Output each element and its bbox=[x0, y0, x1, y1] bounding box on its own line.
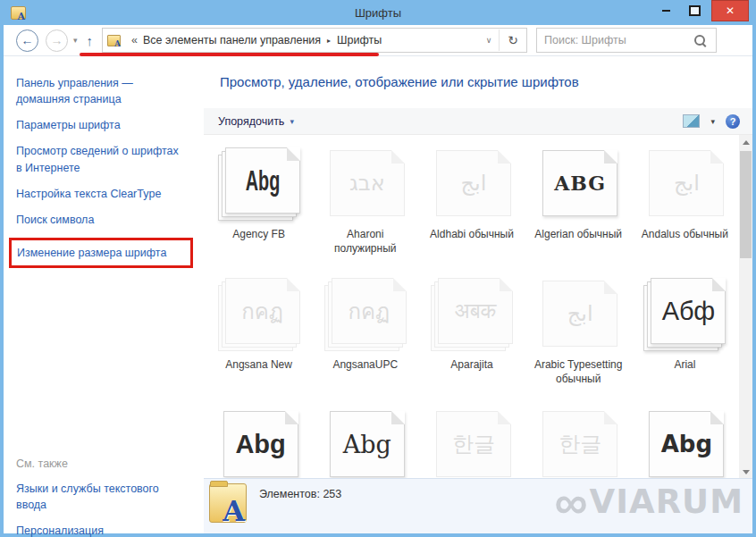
see-also-header: См. также bbox=[16, 457, 204, 470]
sidebar-link[interactable]: Поиск символа bbox=[16, 212, 182, 228]
font-tile-label: Angsana New bbox=[225, 358, 292, 373]
breadcrumb-root[interactable]: Все элементы панели управления bbox=[143, 34, 321, 46]
address-bar[interactable]: A « Все элементы панели управления ▸ Шри… bbox=[102, 28, 527, 53]
font-tile-label: Arial bbox=[674, 358, 695, 373]
font-file-icon: ABG bbox=[535, 146, 621, 221]
font-preview-glyph: 한글 bbox=[543, 412, 617, 476]
sidebar-link[interactable]: Настройка текста ClearType bbox=[16, 186, 182, 202]
breadcrumb-current[interactable]: Шрифты bbox=[337, 34, 382, 46]
font-tile-label: Aldhabi обычный bbox=[430, 228, 514, 242]
items-count: Элементов: 253 bbox=[259, 488, 341, 500]
history-dropdown-icon[interactable]: ▾ bbox=[73, 36, 78, 45]
titlebar: A Шрифты ✕ bbox=[0, 0, 756, 25]
font-tile[interactable]: अबकAparajita bbox=[418, 276, 525, 407]
sidebar-link-highlighted[interactable]: Изменение размера шрифта bbox=[9, 238, 193, 268]
refresh-icon[interactable]: ↻ bbox=[499, 29, 526, 51]
font-tile-label: Andalus обычный bbox=[642, 228, 728, 242]
font-preview-glyph: กคฏ bbox=[226, 279, 299, 343]
breadcrumb-collapse-icon[interactable]: « bbox=[131, 34, 138, 46]
font-tile[interactable]: Abg bbox=[312, 407, 418, 479]
font-family-stack-icon: Абф bbox=[642, 276, 727, 351]
font-preview-glyph: אבג bbox=[331, 151, 404, 215]
page-title: Просмотр, удаление, отображение или скры… bbox=[220, 74, 752, 89]
content-pane: Просмотр, удаление, отображение или скры… bbox=[204, 56, 752, 533]
font-family-stack-icon: Abg bbox=[216, 146, 302, 221]
window-body: Панель управления — домашняя страницаПар… bbox=[4, 56, 752, 533]
font-tile[interactable]: กคฏAngsanaUPC bbox=[312, 276, 418, 407]
font-tile[interactable]: AbgAgency FB bbox=[206, 146, 312, 276]
font-file-icon: Abg bbox=[216, 407, 302, 479]
sidebar-link[interactable]: Панель управления — домашняя страница bbox=[16, 75, 182, 107]
sidebar-link[interactable]: Просмотр сведений о шрифтах в Интернете bbox=[16, 143, 182, 175]
sidebar-link[interactable]: Параметры шрифта bbox=[16, 117, 182, 133]
font-tile-label: Arabic Typesetting обычный bbox=[532, 358, 625, 386]
search-icon[interactable] bbox=[694, 35, 705, 46]
font-file-icon: ابج bbox=[429, 146, 515, 221]
status-bar: A Элементов: 253 ∞ VIARUM bbox=[204, 478, 752, 533]
see-also-link[interactable]: Языки и службы текстового ввода bbox=[16, 481, 182, 513]
font-file-icon: ابج bbox=[535, 276, 621, 351]
forward-button[interactable]: → bbox=[46, 29, 68, 52]
organize-button[interactable]: Упорядочить ▾ bbox=[218, 115, 294, 128]
scroll-up-icon[interactable] bbox=[739, 135, 752, 149]
font-file-icon: 한글 bbox=[535, 407, 621, 479]
font-tile[interactable]: АбфArial bbox=[632, 276, 738, 407]
font-preview-glyph: 한글 bbox=[437, 412, 510, 476]
font-tile[interactable]: ABGAlgerian обычный bbox=[525, 146, 632, 276]
scrollbar-thumb[interactable] bbox=[740, 151, 752, 258]
font-preview-glyph: ابج bbox=[650, 151, 723, 215]
chevron-down-icon: ▾ bbox=[290, 117, 294, 126]
font-preview-glyph: ABG bbox=[543, 151, 617, 215]
font-tile[interactable]: ابجAndalus обычный bbox=[632, 146, 738, 276]
page-fold-icon bbox=[287, 147, 300, 161]
font-file-icon: Abg bbox=[642, 407, 727, 479]
font-preview-glyph: ابج bbox=[543, 281, 617, 346]
font-preview-glyph: अबक bbox=[439, 279, 512, 343]
font-tile-label: AngsanaUPC bbox=[332, 358, 398, 373]
font-tiles-grid: AbgAgency FBאבגAharoni полужирныйابجAldh… bbox=[206, 135, 738, 479]
change-view-button[interactable] bbox=[683, 114, 700, 128]
font-tile[interactable]: אבגAharoni полужирный bbox=[312, 146, 418, 276]
font-tile[interactable]: กคฏAngsana New bbox=[206, 276, 312, 407]
sidebar: Панель управления — домашняя страницаПар… bbox=[4, 56, 204, 533]
minimize-button[interactable] bbox=[654, 2, 677, 20]
close-button[interactable]: ✕ bbox=[711, 0, 749, 21]
font-preview-glyph: กคฏ bbox=[332, 279, 406, 343]
maximize-button[interactable] bbox=[683, 2, 706, 20]
font-tile-label: Algerian обычный bbox=[534, 228, 622, 242]
breadcrumb-separator-icon: ▸ bbox=[327, 37, 331, 45]
address-dropdown-icon[interactable]: ∨ bbox=[478, 36, 500, 45]
font-tile[interactable]: 한글 bbox=[525, 407, 632, 479]
vertical-scrollbar[interactable] bbox=[739, 135, 752, 479]
font-tile[interactable]: Abg bbox=[206, 407, 312, 479]
scroll-down-icon[interactable] bbox=[739, 465, 752, 479]
see-also-link[interactable]: Персонализация bbox=[16, 523, 182, 537]
font-preview-glyph: Abg bbox=[331, 412, 404, 476]
font-tile[interactable]: ابجAldhabi обычный bbox=[418, 146, 525, 276]
font-tile[interactable]: 한글 bbox=[418, 407, 525, 479]
font-file-icon: Abg bbox=[323, 407, 408, 479]
font-preview-glyph: Abg bbox=[224, 412, 298, 476]
command-toolbar: Упорядочить ▾ ▾ ? bbox=[204, 108, 752, 135]
font-family-stack-icon: กคฏ bbox=[216, 276, 302, 351]
font-preview-glyph: Абф bbox=[651, 279, 725, 343]
font-file-icon: אבג bbox=[323, 146, 408, 221]
view-dropdown-icon[interactable]: ▾ bbox=[710, 117, 715, 126]
search-input[interactable]: Поиск: Шрифты bbox=[536, 28, 717, 53]
up-button[interactable]: ↑ bbox=[87, 33, 94, 48]
font-tile-label: Aparajita bbox=[450, 358, 492, 373]
font-family-stack-icon: अबक bbox=[429, 276, 515, 351]
font-preview-glyph: ابج bbox=[437, 151, 510, 215]
font-tile[interactable]: Abg bbox=[632, 407, 738, 479]
help-icon[interactable]: ? bbox=[726, 114, 740, 129]
watermark: ∞ VIARUM bbox=[555, 482, 743, 521]
navigation-bar: ← → ▾ ↑ A « Все элементы панели управлен… bbox=[4, 25, 752, 56]
fonts-folder-icon-large: A bbox=[209, 483, 247, 523]
fonts-control-panel-window: A Шрифты ✕ ← → ▾ ↑ A « Все элементы пане… bbox=[0, 0, 756, 537]
search-placeholder: Поиск: Шрифты bbox=[537, 34, 694, 46]
see-also-section: См. также Языки и службы текстового ввод… bbox=[4, 457, 204, 537]
font-file-icon: ابج bbox=[642, 146, 727, 221]
font-tile[interactable]: ابجArabic Typesetting обычный bbox=[525, 276, 632, 407]
window-title: Шрифты bbox=[0, 6, 756, 20]
back-button[interactable]: ← bbox=[16, 29, 38, 52]
